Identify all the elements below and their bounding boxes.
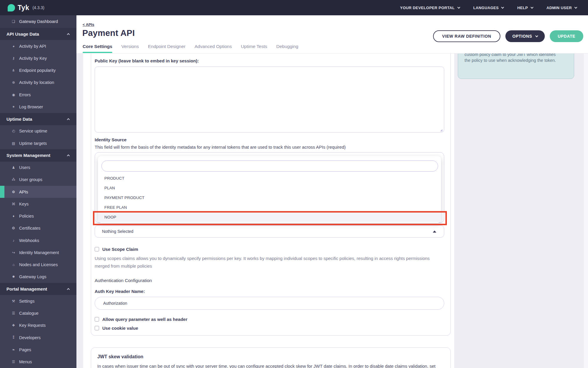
sidebar-item-menus[interactable]: ☰ Menus bbox=[0, 356, 76, 368]
tab-uptime-tests[interactable]: Uptime Tests bbox=[241, 44, 267, 50]
sidebar-item-users[interactable]: ♟ Users bbox=[0, 162, 76, 174]
sidebar-item-label: Nodes and Licenses bbox=[19, 262, 58, 267]
tab-endpoint-designer[interactable]: Endpoint Designer bbox=[148, 44, 186, 50]
chevron-up-icon bbox=[67, 33, 70, 36]
sidebar-item-apis[interactable]: ⚙ APIs bbox=[0, 186, 76, 198]
catalogue-icon: ☰ bbox=[11, 311, 16, 315]
use-cookie-value-checkbox[interactable] bbox=[95, 326, 99, 330]
dropdown-option-plan[interactable]: PLAN bbox=[98, 183, 441, 193]
identity-source-select[interactable]: Nothing Selected bbox=[95, 225, 444, 238]
shield-icon: ♦ bbox=[11, 214, 16, 218]
sidebar-item-label: Pages bbox=[19, 347, 31, 352]
use-cookie-value-label: Use cookie value bbox=[102, 326, 138, 331]
auth-key-header-input[interactable] bbox=[95, 297, 444, 310]
tyk-logo[interactable]: Tyk (4.3.3) bbox=[0, 4, 44, 12]
sidebar-item-policies[interactable]: ♦ Policies bbox=[0, 210, 76, 222]
dropdown-option-payment-product[interactable]: PAYMENT PRODUCT bbox=[98, 193, 441, 203]
nav-admin-user[interactable]: ADMIN USER bbox=[547, 6, 577, 10]
sidebar-item-label: Keys bbox=[19, 202, 29, 206]
dropdown-option-free-plan[interactable]: FREE PLAN bbox=[98, 203, 441, 212]
jwt-skew-validation-card: JWT skew validation In cases when issuer… bbox=[91, 347, 451, 368]
jwt-skew-validation-description: In cases when issuer time can be out of … bbox=[97, 364, 444, 368]
options-button[interactable]: OPTIONS bbox=[505, 30, 545, 42]
sidebar-item-activity-by-location[interactable]: ⊕ Activity by location bbox=[0, 77, 76, 89]
sidebar-item-label: Catalogue bbox=[19, 311, 39, 316]
page-title: Payment API bbox=[82, 28, 135, 38]
sidebar-item-label: Activity by API bbox=[19, 44, 46, 49]
sidebar-item-activity-by-key[interactable]: ⚷ Activity by Key bbox=[0, 52, 76, 64]
sidebar-section-label: API Usage Data bbox=[6, 32, 39, 37]
tab-core-settings[interactable]: Core Settings bbox=[83, 44, 112, 50]
monitor-icon: ❑ bbox=[11, 19, 16, 24]
tab-debugging[interactable]: Debugging bbox=[276, 44, 298, 50]
use-scope-claim-checkbox[interactable] bbox=[95, 247, 99, 251]
dropdown-search-input[interactable] bbox=[101, 160, 438, 172]
user-icon: ♟ bbox=[11, 165, 16, 170]
top-navigation: YOUR DEVELOPER PORTAL LANGUAGES HELP ADM… bbox=[400, 6, 588, 10]
nav-languages[interactable]: LANGUAGES bbox=[473, 6, 504, 10]
sidebar-item-activity-by-api[interactable]: ◕ Activity by API bbox=[0, 40, 76, 52]
sidebar-item-settings[interactable]: ⚒ Settings bbox=[0, 295, 76, 307]
selected-indicator bbox=[0, 186, 4, 198]
sidebar-item-label: Policies bbox=[19, 214, 34, 218]
building-icon: ⌂ bbox=[11, 263, 16, 267]
sidebar-item-gateway-logs[interactable]: ✸ Gateway Logs bbox=[0, 271, 76, 283]
sidebar-item-certificates[interactable]: ❂ Certificates bbox=[0, 222, 76, 234]
sidebar-item-webhooks[interactable]: ♪ Webhooks bbox=[0, 234, 76, 246]
auth-key-header-name-label: Auth Key Header Name: bbox=[95, 289, 145, 294]
app-version: (4.3.3) bbox=[32, 5, 44, 10]
select-value: Nothing Selected bbox=[102, 229, 133, 234]
sidebar-item-developers[interactable]: ⁑ Developers bbox=[0, 331, 76, 344]
tab-bar: Core Settings Versions Endpoint Designer… bbox=[83, 44, 298, 50]
sidebar-item-user-groups[interactable]: ⁂ User groups bbox=[0, 174, 76, 186]
sidebar-item-label: Developers bbox=[19, 335, 41, 340]
sidebar-item-log-browser[interactable]: ✶ Log Browser bbox=[0, 101, 76, 113]
sidebar-item-service-uptime[interactable]: ◴ Service uptime bbox=[0, 125, 76, 137]
sidebar-item-label: Identity Management bbox=[19, 250, 59, 255]
resize-grip-icon[interactable]: ◢ bbox=[440, 128, 442, 132]
leaf-icon: ❧ bbox=[11, 348, 16, 352]
dropdown-option-product[interactable]: PRODUCT bbox=[98, 173, 441, 183]
sidebar-section-system-management[interactable]: System Management bbox=[0, 149, 76, 161]
update-button[interactable]: UPDATE bbox=[550, 30, 583, 42]
sidebar-item-key-requests[interactable]: ❖ Key Requests bbox=[0, 319, 76, 331]
certificate-icon: ❂ bbox=[11, 226, 16, 230]
dropdown-option-noop[interactable]: NOOP bbox=[98, 212, 441, 222]
sidebar-item-endpoint-popularity[interactable]: ⋔ Endpoint popularity bbox=[0, 64, 76, 77]
sidebar-item-label: Users bbox=[19, 165, 30, 170]
sidebar-item-nodes-and-licenses[interactable]: ⌂ Nodes and Licenses bbox=[0, 259, 76, 271]
allow-query-parameter-row: Allow query parameter as well as header bbox=[95, 317, 187, 322]
sidebar-item-identity-management[interactable]: ↪ Identity Management bbox=[0, 246, 76, 258]
sidebar-section-api-usage-data[interactable]: API Usage Data bbox=[0, 28, 76, 40]
sidebar-item-errors[interactable]: ◉ Errors bbox=[0, 89, 76, 101]
use-scope-claim-label: Use Scope Claim bbox=[102, 247, 138, 252]
nav-developer-portal[interactable]: YOUR DEVELOPER PORTAL bbox=[400, 6, 460, 10]
nav-help[interactable]: HELP bbox=[517, 6, 533, 10]
sidebar-section-label: Portal Management bbox=[6, 286, 47, 291]
sidebar-item-pages[interactable]: ❧ Pages bbox=[0, 344, 76, 356]
sidebar-item-label: Endpoint popularity bbox=[19, 68, 56, 73]
view-raw-definition-button[interactable]: VIEW RAW DEFINITION bbox=[433, 30, 500, 42]
public-key-textarea[interactable] bbox=[95, 67, 444, 132]
sidebar-item-uptime-targets[interactable]: ▤ Uptime targets bbox=[0, 137, 76, 149]
identity-source-label: Identity Source bbox=[95, 137, 126, 142]
sidebar-item-label: Key Requests bbox=[19, 323, 46, 328]
bug-icon: ✶ bbox=[11, 105, 16, 109]
sidebar-section-portal-management[interactable]: Portal Management bbox=[0, 283, 76, 295]
bug-icon: ✸ bbox=[11, 275, 16, 279]
pie-chart-icon: ◕ bbox=[11, 44, 16, 48]
allow-query-parameter-checkbox[interactable] bbox=[95, 317, 99, 321]
scrollbar-track[interactable] bbox=[583, 54, 588, 368]
identity-source-dropdown: PRODUCT PLAN PAYMENT PRODUCT FREE PLAN N… bbox=[98, 156, 441, 223]
sidebar-item-catalogue[interactable]: ☰ Catalogue bbox=[0, 307, 76, 319]
tab-versions[interactable]: Versions bbox=[121, 44, 139, 50]
sidebar-item-gateway-dashboard[interactable]: ❑ Gateway Dashboard bbox=[0, 15, 76, 28]
sidebar-section-uptime-data[interactable]: Uptime Data bbox=[0, 113, 76, 125]
header-actions: VIEW RAW DEFINITION OPTIONS UPDATE bbox=[433, 30, 583, 42]
sidebar-item-label: User groups bbox=[19, 177, 42, 182]
breadcrumb[interactable]: < APIs bbox=[83, 22, 94, 27]
sidebar-item-label: Menus bbox=[19, 359, 32, 364]
sidebar-item-label: Service uptime bbox=[19, 129, 47, 133]
tab-advanced-options[interactable]: Advanced Options bbox=[195, 44, 232, 50]
sidebar-item-keys[interactable]: ⌘ Keys bbox=[0, 198, 76, 210]
